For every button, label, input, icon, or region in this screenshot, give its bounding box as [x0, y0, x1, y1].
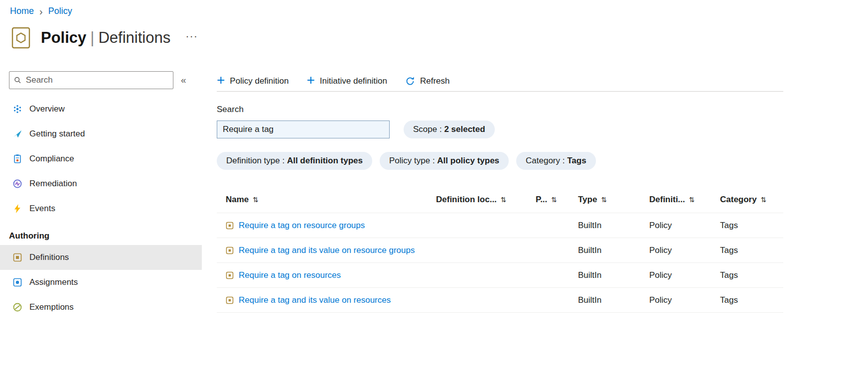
pill-name: Definition type: [226, 156, 280, 166]
assignments-icon: [12, 277, 22, 287]
pill-value: All definition types: [287, 156, 363, 166]
cell-name: Require a tag and its value on resource …: [217, 246, 436, 255]
pill-name: Scope: [413, 124, 437, 134]
command-label: Refresh: [420, 76, 450, 86]
sidebar-section-authoring: Authoring: [0, 221, 202, 245]
cell-definition-type: Policy: [649, 246, 720, 255]
sidebar-item-label: Remediation: [29, 179, 77, 189]
sidebar-item-getting-started[interactable]: Getting started: [0, 122, 202, 146]
pill-separator: :: [430, 156, 437, 166]
pill-separator: :: [437, 124, 444, 134]
column-header-name[interactable]: Name ⇅: [217, 195, 436, 205]
cell-category: Tags: [720, 246, 782, 255]
cell-type: BuiltIn: [578, 295, 649, 305]
sidebar-item-assignments[interactable]: Assignments: [0, 270, 202, 295]
filter-pill-category[interactable]: Category : Tags: [516, 152, 596, 170]
filter-pill-scope[interactable]: Scope : 2 selected: [404, 121, 495, 138]
table-row[interactable]: Require a tag on resource groups BuiltIn…: [217, 213, 783, 238]
sidebar-item-label: Getting started: [29, 129, 85, 139]
filter-pill-policy-type[interactable]: Policy type : All policy types: [380, 152, 509, 170]
collapse-sidebar-button[interactable]: «: [181, 75, 186, 86]
column-header-type[interactable]: Type ⇅: [578, 195, 649, 205]
definition-link[interactable]: Require a tag on resource groups: [239, 221, 365, 231]
exemptions-icon: [12, 302, 22, 312]
table-row[interactable]: Require a tag on resources BuiltIn Polic…: [217, 263, 783, 288]
column-header-definition-location[interactable]: Definition loc... ⇅: [436, 195, 536, 205]
pill-value: Tags: [567, 156, 586, 166]
cell-name: Require a tag and its value on resources: [217, 295, 436, 305]
chevron-right-icon: ›: [39, 6, 43, 16]
cell-name: Require a tag on resource groups: [217, 221, 436, 231]
table-row[interactable]: Require a tag and its value on resources…: [217, 288, 783, 313]
pill-name: Policy type: [389, 156, 430, 166]
cell-name: Require a tag on resources: [217, 270, 436, 280]
cell-category: Tags: [720, 295, 782, 305]
filter-pill-definition-type[interactable]: Definition type : All definition types: [217, 152, 372, 170]
sidebar: « Overview: [0, 71, 202, 320]
sidebar-item-label: Definitions: [29, 252, 69, 262]
cell-type: BuiltIn: [578, 246, 649, 255]
sidebar-item-definitions[interactable]: Definitions: [0, 245, 202, 270]
remediation-icon: [12, 179, 22, 189]
policy-row-icon: [226, 247, 234, 254]
sort-icon: ⇅: [601, 196, 607, 204]
table-header: Name ⇅ Definition loc... ⇅ P... ⇅ Type ⇅…: [217, 190, 783, 213]
initiative-definition-button[interactable]: + Initiative definition: [306, 76, 387, 86]
breadcrumb-policy-link[interactable]: Policy: [48, 6, 72, 16]
getting-started-icon: [12, 129, 22, 139]
pill-name: Category: [526, 156, 560, 166]
compliance-icon: [12, 154, 22, 164]
cell-type: BuiltIn: [578, 221, 649, 231]
sidebar-item-remediation[interactable]: Remediation: [0, 171, 202, 196]
cell-category: Tags: [720, 270, 782, 280]
sidebar-item-compliance[interactable]: Compliance: [0, 146, 202, 171]
page-title: Policy|Definitions: [41, 29, 170, 47]
sidebar-item-events[interactable]: Events: [0, 196, 202, 221]
add-icon: +: [217, 75, 225, 86]
refresh-icon: [405, 76, 415, 86]
sort-icon: ⇅: [551, 196, 557, 204]
command-bar: + Policy definition + Initiative definit…: [217, 71, 783, 92]
cell-category: Tags: [720, 221, 782, 231]
definition-link[interactable]: Require a tag and its value on resource …: [239, 246, 415, 255]
main-content: + Policy definition + Initiative definit…: [202, 71, 783, 313]
sidebar-item-label: Compliance: [29, 154, 74, 164]
column-header-definition-type[interactable]: Definiti... ⇅: [649, 195, 720, 205]
breadcrumb-home-link[interactable]: Home: [10, 6, 34, 16]
definition-link[interactable]: Require a tag on resources: [239, 270, 341, 280]
column-header-p[interactable]: P... ⇅: [536, 195, 578, 205]
policy-definition-button[interactable]: + Policy definition: [217, 76, 289, 86]
cell-definition-type: Policy: [649, 295, 720, 305]
column-header-category[interactable]: Category ⇅: [720, 195, 782, 205]
sort-icon: ⇅: [761, 196, 767, 204]
sort-icon: ⇅: [689, 196, 695, 204]
definitions-icon: [12, 252, 22, 262]
cell-definition-type: Policy: [649, 221, 720, 231]
sidebar-search-box[interactable]: [9, 71, 173, 89]
sidebar-item-exemptions[interactable]: Exemptions: [0, 295, 202, 320]
pill-separator: :: [560, 156, 567, 166]
sidebar-item-label: Exemptions: [29, 302, 74, 312]
page-title-secondary: Definitions: [98, 29, 170, 46]
sort-icon: ⇅: [253, 196, 259, 204]
title-bar: Policy|Definitions ···: [11, 26, 868, 49]
sidebar-search-input[interactable]: [25, 75, 168, 86]
definition-search-input[interactable]: [217, 121, 390, 138]
pill-separator: :: [280, 156, 287, 166]
definitions-table: Name ⇅ Definition loc... ⇅ P... ⇅ Type ⇅…: [217, 190, 783, 313]
policy-row-icon: [226, 296, 234, 304]
command-label: Initiative definition: [320, 76, 387, 86]
refresh-button[interactable]: Refresh: [405, 76, 450, 86]
pill-value: 2 selected: [444, 124, 485, 134]
definition-link[interactable]: Require a tag and its value on resources: [239, 295, 391, 305]
sidebar-item-overview[interactable]: Overview: [0, 97, 202, 122]
search-icon: [14, 76, 21, 84]
pill-value: All policy types: [437, 156, 499, 166]
command-label: Policy definition: [230, 76, 289, 86]
add-icon: +: [306, 75, 314, 86]
policy-row-icon: [226, 222, 234, 230]
more-options-button[interactable]: ···: [185, 30, 198, 43]
sidebar-item-label: Overview: [29, 104, 65, 114]
table-row[interactable]: Require a tag and its value on resource …: [217, 238, 783, 263]
cell-definition-type: Policy: [649, 270, 720, 280]
